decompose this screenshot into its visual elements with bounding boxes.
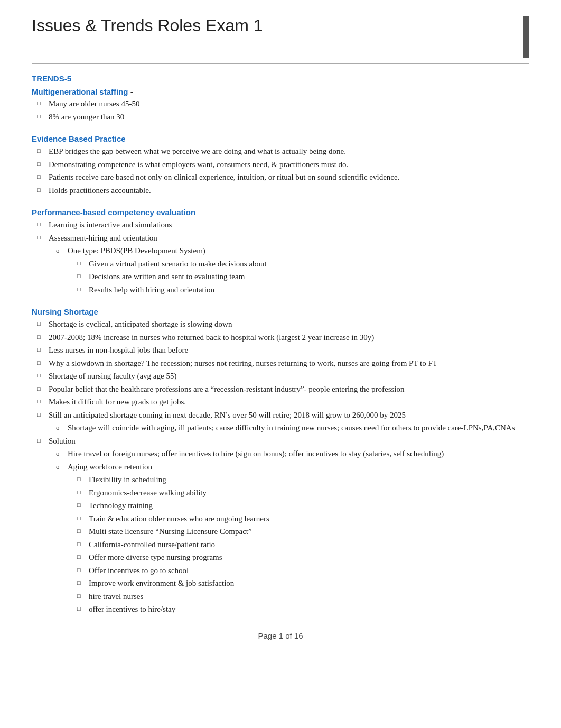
list-item: Ergonomics-decrease walking ability [87, 487, 529, 499]
list-item: Shortage of nursing faculty (avg age 55) [46, 370, 529, 382]
list-item: Hire travel or foreign nurses; offer inc… [66, 448, 529, 460]
list-item: Learning is interactive and simulations [46, 219, 529, 231]
page-title: Issues & Trends Roles Exam 1 [32, 16, 518, 39]
list-item: 2007-2008; 18% increase in nurses who re… [46, 331, 529, 344]
nursing-shortage-list: Shortage is cyclical, anticipated shorta… [46, 318, 529, 615]
shortage-sublist2: Hire travel or foreign nurses; offer inc… [66, 448, 529, 615]
list-item: 8% are younger than 30 [46, 111, 529, 123]
list-item: hire travel nurses [87, 591, 529, 603]
list-item: Less nurses in non-hospital jobs than be… [46, 344, 529, 356]
page-footer: Page 1 of 16 [32, 631, 529, 640]
pbce-title: Performance-based competency evaluation [32, 208, 529, 217]
aging-workforce-list: Flexibility in scheduling Ergonomics-dec… [87, 474, 529, 615]
multigenerational-list: Many are older nurses 45-50 8% are young… [46, 98, 529, 123]
ebp-list: EBP bridges the gap between what we perc… [46, 145, 529, 196]
ebp-title: Evidence Based Practice [32, 134, 529, 143]
list-item: EBP bridges the gap between what we perc… [46, 145, 529, 158]
section-trends5: TRENDS-5 Multigenerational staffing - Ma… [32, 74, 529, 123]
list-item: Improve work environment & job satisfact… [87, 577, 529, 589]
multigenerational-title: Multigenerational staffing [32, 87, 128, 96]
list-item: Popular belief that the healthcare profe… [46, 383, 529, 395]
list-item: Patients receive care based not only on … [46, 171, 529, 183]
list-item: California-controlled nurse/patient rati… [87, 539, 529, 551]
multigenerational-dash: - [128, 87, 133, 96]
list-item: Still an anticipated shortage coming in … [46, 409, 529, 434]
nursing-shortage-title: Nursing Shortage [32, 307, 529, 316]
trends5-label: TRENDS-5 [32, 74, 529, 83]
multigenerational-heading: Multigenerational staffing - [32, 87, 529, 97]
list-item: Offer incentives to go to school [87, 565, 529, 577]
list-item: Train & education older nurses who are o… [87, 513, 529, 525]
page-number: Page 1 of 16 [258, 631, 303, 640]
list-item: One type: PBDS(PB Development System) Gi… [66, 245, 529, 296]
shortage-sublist1: Shortage will coincide with aging, ill p… [66, 422, 529, 434]
section-nursing-shortage: Nursing Shortage Shortage is cyclical, a… [32, 307, 529, 615]
list-item: Makes it difficult for new grads to get … [46, 396, 529, 408]
section-pbce: Performance-based competency evaluation … [32, 208, 529, 296]
list-item: Decisions are written and sent to evalua… [87, 271, 529, 283]
list-item: offer incentives to hire/stay [87, 603, 529, 615]
list-item: Offer more diverse type nursing programs [87, 551, 529, 564]
list-item: Solution Hire travel or foreign nurses; … [46, 435, 529, 615]
list-item: Shortage will coincide with aging, ill p… [66, 422, 529, 434]
list-item: Shortage is cyclical, anticipated shorta… [46, 318, 529, 330]
pbce-sublist: One type: PBDS(PB Development System) Gi… [66, 245, 529, 296]
pbce-list: Learning is interactive and simulations … [46, 219, 529, 296]
list-item: Many are older nurses 45-50 [46, 98, 529, 110]
title-text: Issues & Trends Roles Exam 1 [32, 16, 518, 43]
title-decoration [523, 16, 529, 58]
section-ebp: Evidence Based Practice EBP bridges the … [32, 134, 529, 196]
list-item: Demonstrating competence is what employe… [46, 159, 529, 171]
list-item: Results help with hiring and orientation [87, 284, 529, 296]
list-item: Why a slowdown in shortage? The recessio… [46, 357, 529, 370]
list-item: Holds practitioners accountable. [46, 185, 529, 197]
list-item: Flexibility in scheduling [87, 474, 529, 486]
list-item: Technology training [87, 500, 529, 512]
pbce-subsublist: Given a virtual patient scenario to make… [87, 258, 529, 296]
page: Issues & Trends Roles Exam 1 TRENDS-5 Mu… [0, 0, 561, 728]
list-item: Aging workforce retention Flexibility in… [66, 461, 529, 615]
list-item: Assessment‑hiring and orientation One ty… [46, 232, 529, 296]
list-item: Multi state licensure “Nursing Licensure… [87, 526, 529, 538]
list-item: Given a virtual patient scenario to make… [87, 258, 529, 270]
title-area: Issues & Trends Roles Exam 1 [32, 16, 529, 64]
